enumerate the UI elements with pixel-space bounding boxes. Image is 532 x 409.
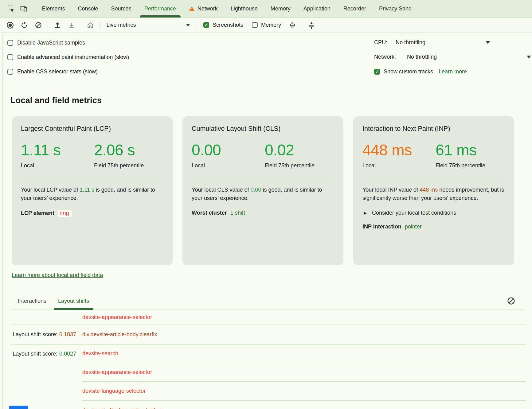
shift-node-cell: devsite-appearance-selector <box>82 310 526 325</box>
inp-card-title: Interaction to Next Paint (INP) <box>362 125 505 133</box>
cls-shift-link[interactable]: 1 shift <box>230 210 245 216</box>
checkbox-label: Disable JavaScript samples <box>17 40 85 46</box>
layout-shift-row: Layout shift score: 0.1837div.devsite-ar… <box>10 325 526 345</box>
inp-interaction-link[interactable]: pointer <box>405 224 422 230</box>
checkbox[interactable] <box>7 54 13 60</box>
tab-label: Application <box>303 6 331 12</box>
custom-tracks-learn-more-link[interactable]: Learn more <box>439 68 467 75</box>
home-icon[interactable] <box>83 19 97 31</box>
checkbox-label: Enable CSS selector stats (slow) <box>17 68 98 75</box>
checkbox-label: Enable advanced paint instrumentation (s… <box>17 54 129 60</box>
device-toolbar-icon[interactable] <box>17 3 30 15</box>
warning-icon <box>189 6 195 11</box>
inp-interaction-row: INP interaction pointer <box>362 224 505 230</box>
shift-node-link[interactable]: div.devsite-floating-action-buttons <box>82 407 164 409</box>
horizontal-scrollbar-thumb[interactable] <box>9 406 28 409</box>
tab-interactions-label: Interactions <box>18 298 46 304</box>
layout-shift-row: devsite-language-selector <box>10 382 526 401</box>
memory-checkbox[interactable] <box>252 22 258 28</box>
inp-field-label: Field 75th percentile <box>436 162 489 170</box>
score-value: 0.1837 <box>59 331 76 338</box>
shift-node-link[interactable]: devsite-search <box>82 350 118 357</box>
custom-tracks-row[interactable]: Show custom tracks Learn more <box>371 64 532 79</box>
custom-tracks-checkbox[interactable] <box>374 69 380 75</box>
screenshots-checkbox-row[interactable]: Screenshots <box>203 22 243 28</box>
collapse-icon[interactable] <box>304 19 319 31</box>
inspect-element-icon[interactable] <box>4 3 17 15</box>
shift-node-link[interactable]: devsite-language-selector <box>82 388 146 394</box>
checkbox[interactable] <box>7 69 13 75</box>
cls-worst-cluster-label: Worst cluster <box>192 210 227 216</box>
inp-local-value: 448 ms <box>362 141 436 159</box>
shift-node-link[interactable]: devsite-appearance-selector <box>82 369 152 376</box>
gc-brush-icon[interactable] <box>285 19 299 31</box>
network-throttle-select[interactable]: No throttling <box>407 54 437 60</box>
tab-layout-shifts[interactable]: Layout shifts <box>54 293 93 310</box>
cls-inline-value: 0.00 <box>250 187 261 193</box>
memory-checkbox-row[interactable]: Memory <box>252 22 281 28</box>
tab-label: Privacy Sand <box>379 6 412 12</box>
metric-cards: Largest Contentful Paint (LCP) 1.11 s Lo… <box>12 116 514 265</box>
lcp-local-label: Local <box>21 162 75 170</box>
score-label: Layout shift score: <box>13 351 57 357</box>
tab-memory[interactable]: Memory <box>264 0 297 18</box>
tab-network[interactable]: Network <box>182 0 224 18</box>
local-test-conditions-expander[interactable]: ▶ Consider your local test conditions <box>364 210 505 216</box>
network-throttle-row: Network: No throttling <box>371 50 532 64</box>
shift-node-cell: div.devsite-article-body.clearfix <box>82 325 526 344</box>
chevron-down-icon <box>186 24 190 26</box>
tab-sources[interactable]: Sources <box>105 0 138 18</box>
tab-performance[interactable]: Performance <box>138 0 182 18</box>
card-divider <box>21 178 163 178</box>
screenshots-label: Screenshots <box>213 22 243 28</box>
cpu-throttle-select[interactable]: No throttling <box>396 39 425 46</box>
tab-lighthouse[interactable]: Lighthouse <box>224 0 264 18</box>
screenshots-checkbox[interactable] <box>203 22 209 28</box>
lcp-element-node-chip[interactable]: img <box>58 210 72 217</box>
tab-elements[interactable]: Elements <box>36 0 72 18</box>
tab-interactions[interactable]: Interactions <box>14 293 51 310</box>
shift-node-link[interactable]: div.devsite-article-body.clearfix <box>82 331 157 338</box>
tab-privacy-sand[interactable]: Privacy Sand <box>373 0 418 18</box>
devtools-tabbar: ElementsConsoleSourcesPerformanceNetwork… <box>0 0 532 18</box>
tab-label: Memory <box>271 6 291 12</box>
capture-settings-right: CPU: No throttling Network: No throttlin… <box>371 36 532 79</box>
cls-description: Your local CLS value of 0.00 is good, an… <box>192 186 334 202</box>
tab-label: Lighthouse <box>231 6 258 12</box>
lcp-field-value: 2.06 s <box>94 141 163 159</box>
lcp-inline-value: 1.11 s <box>80 187 94 193</box>
panel-mode-select[interactable]: Live metrics <box>102 22 194 28</box>
layout-shift-list: devsite-appearance-selectorLayout shift … <box>10 310 526 409</box>
record-button[interactable] <box>3 19 17 31</box>
network-label: Network: <box>374 54 396 60</box>
tab-console[interactable]: Console <box>72 0 105 18</box>
cls-field-value: 0.02 <box>265 141 334 159</box>
checkbox[interactable] <box>7 40 13 46</box>
learn-more-field-data-link[interactable]: Learn more about local and field data <box>12 272 103 279</box>
local-test-conditions-label: Consider your local test conditions <box>372 210 456 216</box>
divider <box>48 21 48 29</box>
tab-recorder[interactable]: Recorder <box>337 0 373 18</box>
clear-log-icon[interactable] <box>506 296 516 306</box>
metrics-heading: Local and field metrics <box>10 96 522 105</box>
cls-card: Cumulative Layout Shift (CLS) 0.00 Local… <box>182 116 343 265</box>
layout-shift-score-cell: Layout shift score: 0.1837 <box>13 325 82 344</box>
panel-tabs: ElementsConsoleSourcesPerformanceNetwork… <box>36 0 532 18</box>
save-profile-icon[interactable] <box>65 19 79 31</box>
cls-values: 0.00 Local 0.02 Field 75th percentile <box>192 141 334 170</box>
clear-button[interactable] <box>31 19 45 31</box>
shift-node-cell: devsite-search <box>82 345 526 363</box>
memory-label: Memory <box>261 22 281 28</box>
divider <box>197 21 197 29</box>
tab-application[interactable]: Application <box>297 0 337 18</box>
reload-record-button[interactable] <box>17 19 31 31</box>
lcp-element-row: LCP element img <box>21 210 163 217</box>
score-label: Layout shift score: <box>13 331 57 338</box>
cls-worst-cluster-row: Worst cluster 1 shift <box>192 210 334 216</box>
tab-label: Recorder <box>343 6 366 12</box>
chevron-down-icon[interactable] <box>527 56 531 58</box>
shift-node-link[interactable]: devsite-appearance-selector <box>82 314 152 321</box>
load-profile-icon[interactable] <box>50 19 65 31</box>
inp-description: Your local INP value of 448 ms needs imp… <box>362 186 505 202</box>
chevron-down-icon[interactable] <box>486 41 490 44</box>
